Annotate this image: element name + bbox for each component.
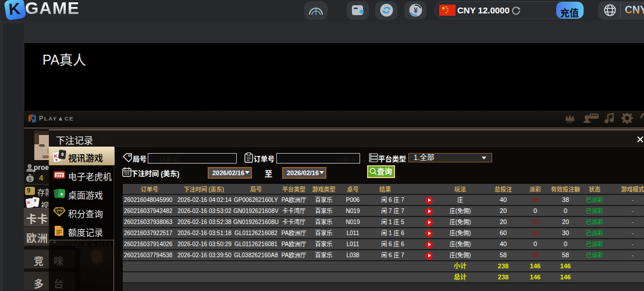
svg-text:K: K: [27, 200, 30, 205]
svg-text:VIP: VIP: [567, 120, 574, 124]
svg-text:777: 777: [56, 173, 63, 178]
svg-text:★: ★: [445, 11, 447, 14]
svg-text:$: $: [29, 176, 31, 182]
svg-text:¥: ¥: [414, 6, 418, 15]
